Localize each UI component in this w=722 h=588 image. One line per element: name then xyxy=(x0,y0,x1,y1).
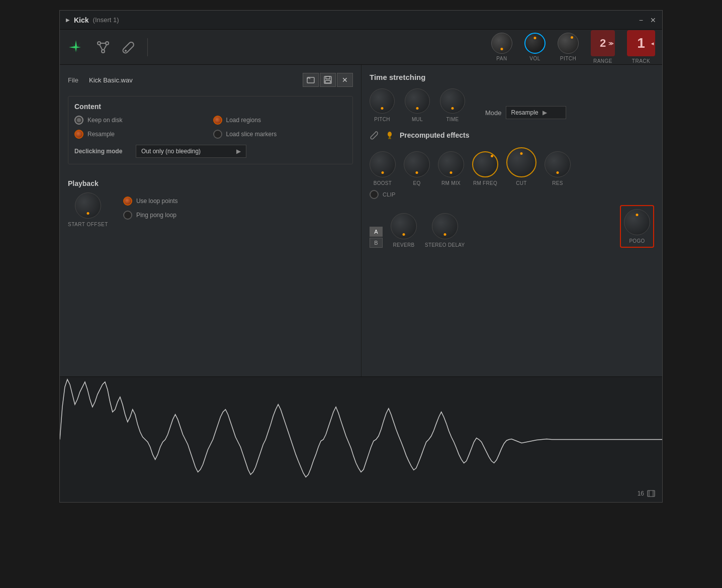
declicking-row: Declicking mode Out only (no bleeding) ▶ xyxy=(74,145,346,158)
eq-knob[interactable] xyxy=(404,151,430,177)
ab-switch: A B xyxy=(370,227,383,248)
mode-dropdown[interactable]: Resample ▶ xyxy=(506,106,566,119)
content-area: File Kick Basic.wav xyxy=(60,65,662,376)
vol-knob[interactable] xyxy=(524,33,546,54)
content-radio-grid: Keep on disk Load regions Resample Load … xyxy=(74,116,346,139)
rm-mix-knob[interactable] xyxy=(438,151,464,177)
ts-mul-label: MUL xyxy=(412,117,423,122)
vol-knob-group: VOL xyxy=(524,33,546,61)
ping-pong-label: Ping pong loop xyxy=(136,212,176,219)
vol-label: VOL xyxy=(529,56,540,61)
ping-pong-option[interactable]: Ping pong loop xyxy=(123,211,178,220)
keep-on-disk-radio[interactable] xyxy=(74,116,83,125)
file-open-button[interactable] xyxy=(303,73,319,87)
ts-pitch-knob[interactable] xyxy=(370,88,395,114)
ts-time-knob[interactable] xyxy=(440,88,465,114)
resample-radio[interactable] xyxy=(74,130,83,139)
clip-radio[interactable] xyxy=(370,190,379,199)
stereo-delay-group: STEREO DELAY xyxy=(425,213,465,248)
ts-mul-knob[interactable] xyxy=(405,88,430,114)
effects-wrench-button[interactable] xyxy=(370,130,380,140)
start-offset-knob[interactable] xyxy=(75,192,101,219)
a-button[interactable]: A xyxy=(370,227,383,237)
minimize-button[interactable]: − xyxy=(639,16,643,24)
playback-section: Playback START OFFSET Use loop points xyxy=(68,173,353,233)
load-slice-radio[interactable] xyxy=(213,130,222,139)
boost-label: BOOST xyxy=(374,180,392,186)
playback-radio-group: Use loop points Ping pong loop xyxy=(123,197,178,220)
svg-rect-19 xyxy=(648,491,655,497)
load-regions-option[interactable]: Load regions xyxy=(213,116,347,125)
keep-on-disk-option[interactable]: Keep on disk xyxy=(74,116,208,125)
declicking-value: Out only (no bleeding) xyxy=(141,148,201,155)
close-button[interactable]: ✕ xyxy=(650,16,656,24)
cut-knob[interactable] xyxy=(506,147,536,177)
time-stretch-section: Time stretching PITCH MUL xyxy=(370,73,654,122)
use-loop-label: Use loop points xyxy=(136,198,178,205)
left-panel: File Kick Basic.wav xyxy=(60,65,362,376)
resample-label: Resample xyxy=(87,131,115,138)
file-close-button[interactable]: ✕ xyxy=(337,73,353,87)
pan-knob-group: PAN xyxy=(491,33,512,61)
pan-knob[interactable] xyxy=(491,33,512,54)
use-loop-points-option[interactable]: Use loop points xyxy=(123,197,178,206)
range-box[interactable]: 2 ≫ xyxy=(591,30,615,56)
svg-point-15 xyxy=(388,132,392,137)
res-label: RES xyxy=(552,180,563,186)
effects-knobs-row: BOOST EQ RM MIX xyxy=(370,147,654,186)
sparkle-icon-button[interactable] xyxy=(67,38,85,56)
declicking-arrow: ▶ xyxy=(236,148,241,155)
pitch-knob[interactable] xyxy=(558,33,579,54)
effects-lamp-button[interactable] xyxy=(385,130,395,140)
pogo-knob[interactable] xyxy=(624,209,650,235)
b-button[interactable]: B xyxy=(370,238,383,248)
boost-knob[interactable] xyxy=(370,151,396,177)
range-value: 2 xyxy=(600,37,606,50)
effects-row2: A B REVERB xyxy=(370,205,654,248)
ts-mode-group: Mode Resample ▶ xyxy=(485,106,566,119)
pan-label: PAN xyxy=(496,56,507,61)
stereo-delay-knob[interactable] xyxy=(432,213,458,239)
wrench-icon-button[interactable] xyxy=(121,39,137,55)
stereo-delay-label: STEREO DELAY xyxy=(425,242,465,248)
title-bar-right: − ✕ xyxy=(639,16,656,24)
rm-mix-group: RM MIX xyxy=(438,151,464,186)
ts-time-label: TIME xyxy=(446,117,459,122)
ping-pong-radio[interactable] xyxy=(123,211,132,220)
graph-icon-button[interactable] xyxy=(95,39,111,55)
ts-knobs-row: PITCH MUL TIME M xyxy=(370,88,654,122)
track-box[interactable]: 1 ◂ xyxy=(627,30,655,56)
start-offset-group: START OFFSET xyxy=(68,192,108,227)
cut-label: CUT xyxy=(516,180,526,186)
resample-option[interactable]: Resample xyxy=(74,130,208,139)
rm-freq-group: RM FREQ xyxy=(472,151,498,186)
declicking-dropdown[interactable]: Out only (no bleeding) ▶ xyxy=(136,145,246,158)
eq-group: EQ xyxy=(404,151,430,186)
rm-freq-knob[interactable] xyxy=(472,151,498,177)
reverb-group: REVERB xyxy=(391,213,417,248)
file-label: File xyxy=(68,76,84,84)
ts-mul-group: MUL xyxy=(405,88,430,122)
toolbar-icons xyxy=(67,38,148,56)
track-value: 1 xyxy=(637,35,645,51)
window-subtitle: (Insert 1) xyxy=(93,16,119,24)
right-panel: Time stretching PITCH MUL xyxy=(362,65,662,376)
load-regions-radio[interactable] xyxy=(213,116,222,125)
pitch-label: PITCH xyxy=(560,56,577,61)
res-group: RES xyxy=(545,151,571,186)
reverb-knob[interactable] xyxy=(391,213,417,239)
effects-header: Precomputed effects xyxy=(370,130,654,140)
title-expand-arrow[interactable]: ▶ xyxy=(66,17,70,23)
waveform-area[interactable]: 16 xyxy=(60,376,662,502)
file-save-button[interactable] xyxy=(320,73,336,87)
mode-arrow: ▶ xyxy=(543,109,547,116)
load-slice-option[interactable]: Load slice markers xyxy=(213,130,347,139)
res-knob[interactable] xyxy=(545,151,571,177)
track-label: TRACK xyxy=(632,58,650,64)
ts-pitch-group: PITCH xyxy=(370,88,395,122)
use-loop-radio[interactable] xyxy=(123,197,132,206)
pogo-label: POGO xyxy=(629,238,645,244)
svg-marker-0 xyxy=(75,40,77,52)
time-stretch-header: Time stretching xyxy=(370,73,654,81)
svg-rect-17 xyxy=(388,138,391,139)
